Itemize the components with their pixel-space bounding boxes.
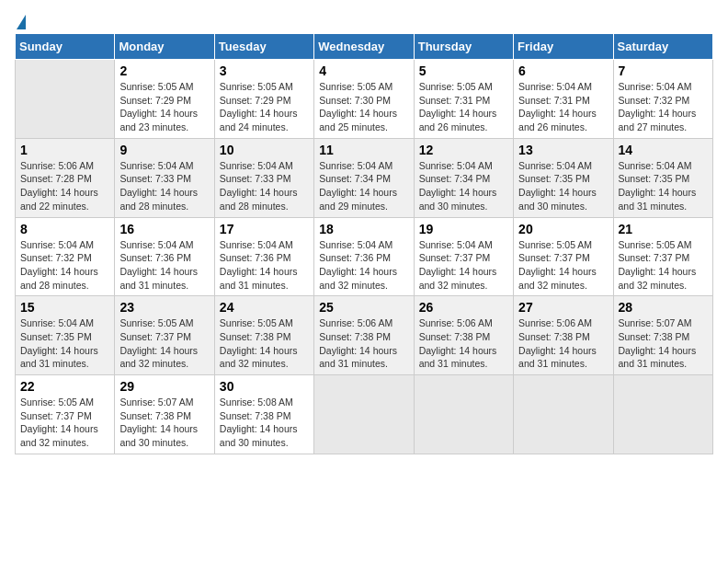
calendar-cell: 10 Sunrise: 5:04 AM Sunset: 7:33 PM Dayl… [214, 138, 313, 217]
day-number: 13 [518, 143, 608, 157]
day-number: 19 [419, 222, 508, 236]
day-number: 6 [518, 63, 608, 78]
calendar-cell: 25 Sunrise: 5:06 AM Sunset: 7:38 PM Dayl… [314, 296, 414, 375]
day-info: Sunrise: 5:04 AM Sunset: 7:36 PM Dayligh… [220, 238, 309, 293]
day-info: Sunrise: 5:06 AM Sunset: 7:38 PM Dayligh… [419, 316, 508, 371]
header-cell-sunday: Sunday [16, 34, 115, 60]
week-row-0: 2 Sunrise: 5:05 AM Sunset: 7:29 PM Dayli… [16, 60, 713, 139]
week-row-4: 22 Sunrise: 5:05 AM Sunset: 7:37 PM Dayl… [16, 375, 713, 454]
calendar-cell: 30 Sunrise: 5:08 AM Sunset: 7:38 PM Dayl… [214, 375, 313, 454]
day-number: 24 [220, 300, 309, 315]
day-info: Sunrise: 5:07 AM Sunset: 7:38 PM Dayligh… [119, 396, 209, 450]
header-cell-friday: Friday [514, 34, 613, 60]
day-number: 3 [220, 63, 309, 78]
day-info: Sunrise: 5:05 AM Sunset: 7:38 PM Dayligh… [220, 316, 309, 371]
header-cell-thursday: Thursday [414, 34, 513, 60]
day-info: Sunrise: 5:05 AM Sunset: 7:29 PM Dayligh… [220, 80, 309, 134]
calendar-cell: 13 Sunrise: 5:04 AM Sunset: 7:35 PM Dayl… [514, 138, 613, 217]
day-info: Sunrise: 5:04 AM Sunset: 7:32 PM Dayligh… [20, 238, 109, 293]
calendar-cell: 28 Sunrise: 5:07 AM Sunset: 7:38 PM Dayl… [613, 296, 712, 375]
day-info: Sunrise: 5:04 AM Sunset: 7:35 PM Dayligh… [518, 159, 608, 213]
day-number: 7 [619, 63, 708, 78]
day-number: 15 [20, 300, 109, 315]
header-row: SundayMondayTuesdayWednesdayThursdayFrid… [16, 34, 713, 60]
day-number: 30 [220, 379, 309, 394]
calendar-cell [514, 375, 613, 454]
day-info: Sunrise: 5:04 AM Sunset: 7:34 PM Dayligh… [419, 159, 508, 213]
calendar-cell [16, 60, 115, 139]
week-row-1: 1 Sunrise: 5:06 AM Sunset: 7:28 PM Dayli… [16, 138, 713, 217]
logo-triangle-icon [17, 15, 26, 29]
day-info: Sunrise: 5:05 AM Sunset: 7:37 PM Dayligh… [619, 238, 708, 293]
day-number: 20 [518, 222, 608, 236]
day-info: Sunrise: 5:04 AM Sunset: 7:37 PM Dayligh… [419, 238, 508, 293]
day-number: 10 [220, 143, 309, 157]
calendar-cell [314, 375, 414, 454]
day-info: Sunrise: 5:04 AM Sunset: 7:35 PM Dayligh… [20, 316, 109, 371]
day-info: Sunrise: 5:05 AM Sunset: 7:29 PM Dayligh… [119, 80, 209, 134]
calendar-cell: 29 Sunrise: 5:07 AM Sunset: 7:38 PM Dayl… [115, 375, 214, 454]
day-number: 5 [419, 63, 508, 78]
calendar-cell: 7 Sunrise: 5:04 AM Sunset: 7:32 PM Dayli… [613, 60, 712, 139]
day-number: 14 [619, 143, 708, 157]
calendar-cell: 2 Sunrise: 5:05 AM Sunset: 7:29 PM Dayli… [115, 60, 214, 139]
header-cell-tuesday: Tuesday [214, 34, 313, 60]
header-cell-saturday: Saturday [613, 34, 712, 60]
day-number: 17 [220, 222, 309, 236]
day-info: Sunrise: 5:04 AM Sunset: 7:32 PM Dayligh… [619, 80, 708, 134]
calendar-cell: 16 Sunrise: 5:04 AM Sunset: 7:36 PM Dayl… [115, 217, 214, 296]
calendar-cell: 15 Sunrise: 5:04 AM Sunset: 7:35 PM Dayl… [16, 296, 115, 375]
calendar-cell: 20 Sunrise: 5:05 AM Sunset: 7:37 PM Dayl… [514, 217, 613, 296]
day-number: 12 [419, 143, 508, 157]
calendar-table: SundayMondayTuesdayWednesdayThursdayFrid… [15, 33, 713, 454]
day-info: Sunrise: 5:06 AM Sunset: 7:38 PM Dayligh… [518, 316, 608, 371]
day-info: Sunrise: 5:04 AM Sunset: 7:33 PM Dayligh… [220, 159, 309, 213]
day-info: Sunrise: 5:04 AM Sunset: 7:35 PM Dayligh… [619, 159, 708, 213]
calendar-cell: 1 Sunrise: 5:06 AM Sunset: 7:28 PM Dayli… [16, 138, 115, 217]
calendar-cell: 23 Sunrise: 5:05 AM Sunset: 7:37 PM Dayl… [115, 296, 214, 375]
logo [15, 15, 26, 29]
calendar-cell: 19 Sunrise: 5:04 AM Sunset: 7:37 PM Dayl… [414, 217, 513, 296]
calendar-cell [414, 375, 513, 454]
calendar-cell: 14 Sunrise: 5:04 AM Sunset: 7:35 PM Dayl… [613, 138, 712, 217]
calendar-cell: 26 Sunrise: 5:06 AM Sunset: 7:38 PM Dayl… [414, 296, 513, 375]
calendar-cell: 17 Sunrise: 5:04 AM Sunset: 7:36 PM Dayl… [214, 217, 313, 296]
day-number: 25 [319, 300, 408, 315]
day-number: 9 [119, 143, 209, 157]
day-info: Sunrise: 5:04 AM Sunset: 7:31 PM Dayligh… [518, 80, 608, 134]
day-info: Sunrise: 5:04 AM Sunset: 7:36 PM Dayligh… [119, 238, 209, 293]
header [15, 15, 713, 29]
day-info: Sunrise: 5:07 AM Sunset: 7:38 PM Dayligh… [619, 316, 708, 371]
header-cell-monday: Monday [115, 34, 214, 60]
day-info: Sunrise: 5:05 AM Sunset: 7:37 PM Dayligh… [20, 396, 109, 450]
day-info: Sunrise: 5:04 AM Sunset: 7:34 PM Dayligh… [319, 159, 408, 213]
calendar-cell: 4 Sunrise: 5:05 AM Sunset: 7:30 PM Dayli… [314, 60, 414, 139]
day-number: 8 [20, 222, 109, 236]
calendar-cell: 18 Sunrise: 5:04 AM Sunset: 7:36 PM Dayl… [314, 217, 414, 296]
calendar-cell: 12 Sunrise: 5:04 AM Sunset: 7:34 PM Dayl… [414, 138, 513, 217]
calendar-cell: 22 Sunrise: 5:05 AM Sunset: 7:37 PM Dayl… [16, 375, 115, 454]
day-number: 28 [619, 300, 708, 315]
day-info: Sunrise: 5:04 AM Sunset: 7:36 PM Dayligh… [319, 238, 408, 293]
day-info: Sunrise: 5:05 AM Sunset: 7:37 PM Dayligh… [119, 316, 209, 371]
calendar-cell: 11 Sunrise: 5:04 AM Sunset: 7:34 PM Dayl… [314, 138, 414, 217]
calendar-cell: 9 Sunrise: 5:04 AM Sunset: 7:33 PM Dayli… [115, 138, 214, 217]
day-number: 23 [119, 300, 209, 315]
day-number: 22 [20, 379, 109, 394]
header-cell-wednesday: Wednesday [314, 34, 414, 60]
day-number: 16 [119, 222, 209, 236]
day-info: Sunrise: 5:05 AM Sunset: 7:31 PM Dayligh… [419, 80, 508, 134]
day-number: 21 [619, 222, 708, 236]
week-row-2: 8 Sunrise: 5:04 AM Sunset: 7:32 PM Dayli… [16, 217, 713, 296]
day-info: Sunrise: 5:06 AM Sunset: 7:38 PM Dayligh… [319, 316, 408, 371]
day-number: 4 [319, 63, 408, 78]
calendar-cell: 8 Sunrise: 5:04 AM Sunset: 7:32 PM Dayli… [16, 217, 115, 296]
calendar-cell: 3 Sunrise: 5:05 AM Sunset: 7:29 PM Dayli… [214, 60, 313, 139]
day-info: Sunrise: 5:05 AM Sunset: 7:37 PM Dayligh… [518, 238, 608, 293]
week-row-3: 15 Sunrise: 5:04 AM Sunset: 7:35 PM Dayl… [16, 296, 713, 375]
calendar-cell: 5 Sunrise: 5:05 AM Sunset: 7:31 PM Dayli… [414, 60, 513, 139]
calendar-cell: 24 Sunrise: 5:05 AM Sunset: 7:38 PM Dayl… [214, 296, 313, 375]
day-info: Sunrise: 5:04 AM Sunset: 7:33 PM Dayligh… [119, 159, 209, 213]
calendar-cell: 6 Sunrise: 5:04 AM Sunset: 7:31 PM Dayli… [514, 60, 613, 139]
day-number: 26 [419, 300, 508, 315]
